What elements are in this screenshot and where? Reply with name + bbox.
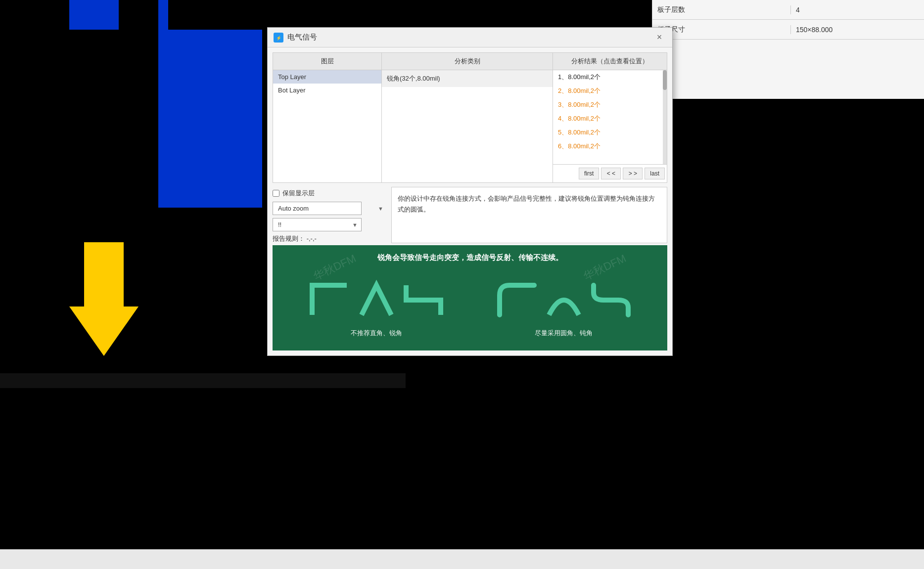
info-banner: 锐角会导致信号走向突变，造成信号反射、传输不连续。 华秋DFM 华秋DFM 不推… [273,245,667,350]
banner-diagrams: 不推荐直角、锐角 尽量采用圆角、钝角 [282,270,657,338]
pcb-black-left [0,0,69,373]
zoom-dropdown[interactable]: Auto zoom Zoom to fit Zoom in [273,202,362,215]
next-page-button[interactable]: > > [623,168,643,179]
pcb-black-mid2 [119,0,158,237]
close-button[interactable]: × [652,31,666,44]
analysis-list: 锐角(32个,8.00mil) [382,70,553,164]
zoom-dropdown-arrow: ▼ [378,206,383,212]
last-page-button[interactable]: last [645,168,665,179]
property-row-size: 板子尺寸 150×88.000 [652,20,924,40]
diagram-rounded-label: 尽量采用圆角、钝角 [535,329,593,338]
result-item-1[interactable]: 2、8.00mil,2个 [553,84,667,98]
results-column-header: 分析结果（点击查看位置） [553,53,667,70]
report-rule-value: -,-,- [307,235,317,242]
first-page-button[interactable]: first [579,168,599,179]
report-rule: 报告规则： -,-,- [273,234,387,243]
pagination-row: first < < > > last [553,164,667,182]
left-controls: 保留显示层 Auto zoom Zoom to fit Zoom in ▼ !! [273,187,391,243]
dialog-icon: ⚡ [274,33,283,43]
layer-column-header: 图层 [273,53,381,70]
layer-column: 图层 Top Layer Bot Layer [273,53,382,182]
svg-text:⚡: ⚡ [276,35,282,41]
property-label-layers: 板子层数 [652,5,791,14]
layer-list: Top Layer Bot Layer [273,70,381,164]
mark-dropdown-wrapper: !! ! ？ ▼ [273,218,362,231]
preserve-layer-checkbox[interactable] [273,190,279,197]
zoom-dropdown-wrapper: Auto zoom Zoom to fit Zoom in ▼ [273,202,387,215]
layer-item-bot[interactable]: Bot Layer [273,84,381,97]
property-label-size: 板子尺寸 [652,25,791,34]
prev-page-button[interactable]: < < [601,168,621,179]
result-item-4[interactable]: 5、8.00mil,2个 [553,126,667,139]
results-scrollbar[interactable] [663,70,667,164]
property-row-layers: 板子层数 4 [652,0,924,20]
property-value-layers: 4 [791,6,805,14]
analysis-item-0[interactable]: 锐角(32个,8.00mil) [382,70,553,87]
bottom-controls: 保留显示层 [273,189,387,198]
result-item-5[interactable]: 6、8.00mil,2个 [553,139,667,153]
pcb-bottom-strip [0,373,406,388]
dialog-body: 图层 Top Layer Bot Layer 分析类别 锐角(32个,8.00m… [268,47,672,355]
pcb-yellow-arrow [69,242,139,361]
dialog-titlebar: ⚡ 电气信号 × [268,28,672,47]
sharp-angle-svg [307,270,446,325]
dialog: ⚡ 电气信号 × 图层 Top Layer Bot Layer 分析类别 锐角(… [267,27,673,356]
report-rule-label: 报告规则： [273,235,305,242]
results-column: 分析结果（点击查看位置） 1、8.00mil,2个2、8.00mil,2个3、8… [553,53,667,182]
diagram-sharp: 不推荐直角、锐角 [307,270,446,338]
property-value-size: 150×88.000 [791,26,837,34]
preserve-layer-checkbox-wrapper: 保留显示层 [273,189,315,198]
result-item-2[interactable]: 3、8.00mil,2个 [553,98,667,112]
result-item-0[interactable]: 1、8.00mil,2个 [553,70,667,84]
lower-section: 保留显示层 Auto zoom Zoom to fit Zoom in ▼ !! [273,187,667,243]
preserve-layer-label: 保留显示层 [282,189,315,198]
warning-text: 你的设计中存在锐角连接方式，会影响产品信号完整性，建议将锐角位置调整为钝角连接方… [391,187,667,243]
diagram-rounded: 尽量采用圆角、钝角 [495,270,633,338]
results-scrollbar-thumb[interactable] [663,70,667,90]
analysis-column: 分析类别 锐角(32个,8.00mil) [382,53,553,182]
svg-marker-0 [69,242,139,356]
right-panel: 板子层数 4 板子尺寸 150×88.000 [652,0,924,99]
main-table: 图层 Top Layer Bot Layer 分析类别 锐角(32个,8.00m… [273,52,667,183]
second-dropdown-row: !! ! ？ ▼ [273,218,387,231]
diagram-sharp-label: 不推荐直角、锐角 [351,329,402,338]
bottom-bar [0,549,924,569]
result-item-3[interactable]: 4、8.00mil,2个 [553,112,667,126]
mark-dropdown[interactable]: !! ! ？ [273,218,362,231]
layer-item-top[interactable]: Top Layer [273,70,381,84]
results-list: 1、8.00mil,2个2、8.00mil,2个3、8.00mil,2个4、8.… [553,70,667,164]
analysis-column-header: 分析类别 [382,53,553,70]
banner-title: 锐角会导致信号走向突变，造成信号反射、传输不连续。 [282,253,657,263]
results-container: 1、8.00mil,2个2、8.00mil,2个3、8.00mil,2个4、8.… [553,70,667,153]
rounded-angle-svg [495,270,633,325]
dialog-title: 电气信号 [287,33,652,42]
